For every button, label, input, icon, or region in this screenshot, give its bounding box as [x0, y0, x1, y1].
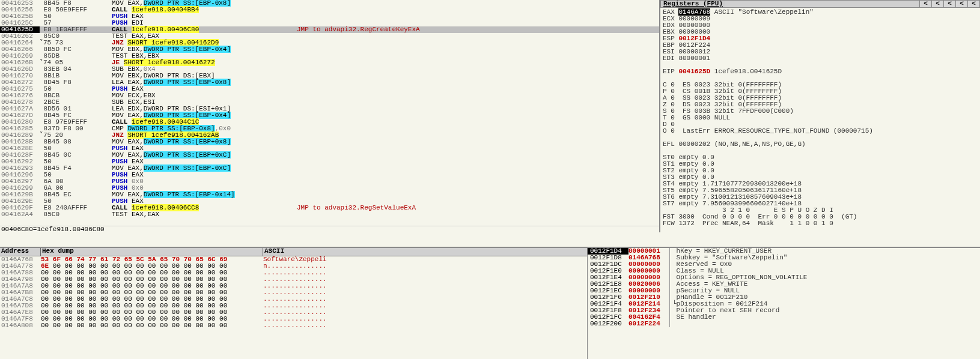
disasm-bytes: 85C0 [40, 211, 112, 218]
disasm-row[interactable]: 0041626D 83EB 04SUB EBX,0x4 [0, 66, 659, 73]
disasm-row[interactable]: 0041625D E8 1E0AFFFFCALL 1cefe918.00406C… [0, 26, 659, 33]
disasm-asm: MOV EAX,DWORD PTR SS:[EBP+0x8] [112, 139, 659, 145]
register-row[interactable]: T 0 GS 0000 NULL [663, 115, 978, 121]
dump-header-hex[interactable]: Hex dump [41, 248, 263, 256]
disasm-row[interactable]: 00416299 6A 00PUSH 0x0 [0, 185, 659, 192]
dump-row[interactable]: 0146A80800 00 00 00 00 00 00 00 00 00 00… [0, 322, 587, 329]
disasm-asm: PUSH EAX [112, 172, 659, 178]
disasm-row[interactable]: 00416285 837D F8 00CMP DWORD PTR SS:[EBP… [0, 125, 659, 132]
disasm-asm: MOV EAX,DWORD PTR SS:[EBP+0xC] [112, 152, 659, 158]
registers-pane[interactable]: Registers (FPU) < < < < < EAX 0146A768 A… [660, 0, 980, 232]
disasm-hint: JMP to advapi32.RegCreateKeyExA [294, 26, 583, 33]
disasm-row[interactable]: 00416264˅75 73JNZ SHORT 1cefe918.004162D… [0, 40, 659, 46]
register-row[interactable]: EIP 0041625D 1cefe918.0041625D [663, 68, 978, 75]
register-row[interactable]: EDI 80000001 [663, 55, 978, 62]
disasm-row[interactable]: 0041627D 8B45 FCMOV EAX,DWORD PTR SS:[EB… [0, 112, 659, 119]
disasm-bytes: E8 240AFFFF [40, 205, 112, 211]
arrow-left5-btn[interactable]: < [967, 1, 979, 7]
disasm-row[interactable]: 0041625B 50PUSH EAX [0, 13, 659, 20]
disasm-asm: PUSH EAX [112, 86, 659, 92]
stack-row[interactable]: 0012F2000012F224 [588, 321, 980, 327]
disasm-row[interactable]: 0041626B˅74 05JE SHORT 1cefe918.00416272 [0, 59, 659, 66]
disasm-hint: JMP to advapi32.RegSetValueExA [294, 205, 583, 211]
disasm-row[interactable]: 00416266 8B5D FCMOV EBX,DWORD PTR SS:[EB… [0, 46, 659, 53]
disasm-asm: MOV ECX,EBX [112, 92, 659, 99]
stack-info [669, 321, 980, 327]
arrow-left4-btn[interactable]: < [955, 1, 967, 7]
register-row[interactable]: FCW 1372 Prec NEAR,64 Mask 1 1 0 0 1 0 [663, 220, 978, 227]
dump-header-ascii[interactable]: ASCII [263, 248, 587, 256]
disasm-row[interactable]: 0041627A 8D56 01LEA EDX,DWORD PTR DS:[ES… [0, 106, 659, 112]
dump-hex: 00 00 00 00 00 00 00 00 00 00 00 00 00 0… [41, 322, 263, 329]
arrow-left-btn[interactable]: < [919, 1, 931, 7]
disasm-bytes: E8 1E0AFFFF [40, 26, 112, 33]
stack-value: 0012F224 [628, 321, 669, 327]
disasm-row[interactable]: 00416256 E8 59E9FEFFCALL 1cefe918.00404B… [0, 7, 659, 13]
dump-ascii: ................ [263, 322, 587, 329]
disassembly-pane[interactable]: 00416253 8B45 F8MOV EAX,DWORD PTR SS:[EB… [0, 0, 660, 232]
top-area: 00416253 8B45 F8MOV EAX,DWORD PTR SS:[EB… [0, 0, 980, 232]
disasm-asm: JE SHORT 1cefe918.00416272 [112, 59, 659, 66]
registers-title: Registers (FPU) < < < < < [660, 0, 980, 8]
disasm-addr: 004162A4 [0, 211, 40, 218]
disasm-addr: 0041625D [0, 26, 40, 33]
disasm-row[interactable]: 00416280 E8 97E9FEFFCALL 1cefe918.00404C… [0, 119, 659, 125]
disasm-asm: CALL 1cefe918.00404BB4 [112, 7, 659, 13]
disasm-row[interactable]: 00416276 8BCBMOV ECX,EBX [0, 92, 659, 99]
disasm-row[interactable]: 00416275 50PUSH EAX [0, 86, 659, 92]
registers-title-text: Registers (FPU) [661, 1, 725, 7]
disasm-row[interactable]: 00416278 2BCESUB ECX,ESI [0, 99, 659, 106]
disasm-status: 00406C80=1cefe918.00406C80 [0, 226, 659, 232]
hex-dump-pane[interactable]: Address Hex dump ASCII 0146A76853 6F 66 … [0, 248, 588, 359]
disasm-asm: TEST EAX,EAX [112, 211, 659, 218]
disasm-row[interactable]: 00416272 8D45 F8LEA EAX,DWORD PTR SS:[EB… [0, 79, 659, 86]
disasm-row[interactable]: 0041629B 8B45 ECMOV EAX,DWORD PTR SS:[EB… [0, 192, 659, 198]
disasm-row[interactable]: 00416296 50PUSH EAX [0, 172, 659, 178]
disasm-row[interactable]: 00416293 8B45 F4MOV EAX,DWORD PTR SS:[EB… [0, 165, 659, 172]
disasm-asm: MOV EAX,DWORD PTR SS:[EBP-0xC] [112, 165, 659, 172]
disasm-asm: PUSH EAX [112, 13, 659, 20]
register-row[interactable]: EFL 00000202 (NO,NB,NE,A,NS,PO,GE,G) [663, 141, 978, 148]
disasm-row[interactable]: 0041628F 8B45 0CMOV EAX,DWORD PTR SS:[EB… [0, 152, 659, 158]
disasm-row[interactable]: 00416292 50PUSH EAX [0, 158, 659, 165]
disasm-row[interactable]: 00416297 6A 00PUSH 0x0 [0, 178, 659, 185]
info-bar [0, 232, 980, 247]
dump-header-address[interactable]: Address [0, 248, 41, 256]
disasm-asm: MOV EBX,DWORD PTR SS:[EBP-0x4] [112, 46, 659, 53]
disasm-asm: MOV EAX,DWORD PTR SS:[EBP-0x14] [112, 192, 659, 198]
disasm-row[interactable]: 004162A4 85C0TEST EAX,EAX [0, 211, 659, 218]
disasm-asm: PUSH 0x0 [112, 178, 659, 185]
disasm-asm: LEA EAX,DWORD PTR SS:[EBP-0x8] [112, 79, 659, 86]
arrow-left2-btn[interactable]: < [931, 1, 943, 7]
arrow-left3-btn[interactable]: < [943, 1, 955, 7]
stack-info: SE handler [669, 314, 980, 321]
disasm-row[interactable]: 00416269 85DBTEST EBX,EBX [0, 53, 659, 59]
disasm-row[interactable]: 0041629F E8 240AFFFFCALL 1cefe918.00406C… [0, 205, 659, 211]
stack-pane[interactable]: 0012F1D480000001 hKey = HKEY_CURRENT_USE… [588, 248, 980, 359]
disasm-row[interactable]: 0041628E 50PUSH EAX [0, 145, 659, 152]
register-row[interactable]: O 0 LastErr ERROR_RESOURCE_TYPE_NOT_FOUN… [663, 128, 978, 134]
disasm-row[interactable]: 0041628B 8B45 08MOV EAX,DWORD PTR SS:[EB… [0, 139, 659, 145]
disasm-addr: 0041629F [0, 205, 40, 211]
registers-arrows: < < < < < [919, 1, 979, 7]
disasm-row[interactable]: 00416289˅75 20JNZ SHORT 1cefe918.004162A… [0, 132, 659, 139]
disasm-row[interactable]: 00416262 85C0TEST EAX,EAX [0, 33, 659, 40]
stack-addr: 0012F200 [588, 321, 628, 327]
bottom-area: Address Hex dump ASCII 0146A76853 6F 66 … [0, 247, 980, 359]
dump-header: Address Hex dump ASCII [0, 248, 587, 256]
disasm-row[interactable]: 00416253 8B45 F8MOV EAX,DWORD PTR SS:[EB… [0, 0, 659, 7]
dump-addr: 0146A808 [0, 322, 41, 329]
disasm-row[interactable]: 00416270 8B1BMOV EBX,DWORD PTR DS:[EBX] [0, 73, 659, 79]
